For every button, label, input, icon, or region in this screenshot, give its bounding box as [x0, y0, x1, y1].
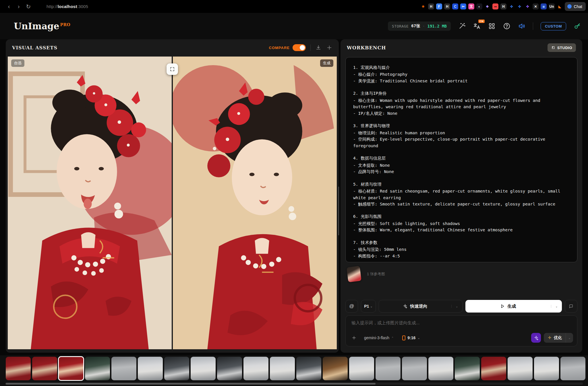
snow-app-icon[interactable]: ✣ [517, 3, 523, 9]
studio-button[interactable]: STUDIO [548, 43, 576, 52]
moon-app-icon[interactable]: ◐ [476, 3, 482, 9]
analysis-section: 7. 技术参数- 镜头与渲染: 50mm lens- 构图指令: --ar 4:… [353, 239, 570, 259]
h-app-icon[interactable]: H [444, 3, 450, 9]
un-app-icon[interactable]: Un [549, 3, 555, 9]
f-app-icon[interactable]: F [436, 3, 442, 9]
section-line: - 空间构成: Eye-level perspective, close-up … [353, 136, 570, 149]
workbench-panel: WORKBENCH STUDIO 1. 宏观风格与媒介- 核心媒介: Photo… [341, 39, 582, 353]
snow-app-icon[interactable]: ✣ [508, 3, 514, 9]
x-app-icon[interactable]: ✕ [533, 3, 539, 9]
apps-grid-icon[interactable] [488, 22, 496, 30]
history-thumbnail[interactable] [323, 357, 348, 380]
history-thumbnail[interactable] [349, 357, 374, 380]
history-thumbnail[interactable] [428, 357, 453, 380]
url-bar[interactable]: http://localhost:3005 [47, 4, 88, 9]
add-icon[interactable] [326, 44, 332, 51]
section-heading: 3. 世界逻辑与物理 [353, 123, 570, 129]
section-line: - 镜头与渲染: 50mm lens [353, 246, 570, 253]
speaker-icon[interactable] [518, 22, 525, 30]
attach-add-icon[interactable] [351, 335, 357, 340]
model-selector[interactable]: gemini-3-flash⌃ [364, 335, 394, 340]
h-app-icon[interactable]: H [428, 3, 434, 9]
history-thumbnail[interactable] [59, 357, 84, 380]
compare-switch[interactable] [293, 44, 306, 51]
history-thumbnail[interactable] [243, 357, 268, 380]
section-heading: 6. 光影与氛围 [353, 213, 570, 220]
analysis-section: 3. 世界逻辑与物理- 物理法则: Realistic human propor… [353, 123, 570, 149]
h-app-icon[interactable]: H [500, 3, 506, 9]
comment-button[interactable] [565, 300, 577, 313]
workbench-title: WORKBENCH [347, 45, 386, 51]
history-thumbnail[interactable] [6, 357, 31, 380]
reload-icon[interactable]: ↻ [24, 3, 33, 10]
generate-dropdown[interactable]: ⌄ [551, 305, 562, 308]
reference-count-label: 1 张参考图 [367, 271, 385, 277]
filmstrip-scrollbar-thumb[interactable] [6, 383, 376, 385]
help-icon[interactable] [503, 22, 510, 30]
history-thumbnail[interactable] [560, 357, 585, 380]
red-app-icon[interactable]: ▪▪ [492, 3, 498, 9]
history-thumbnail[interactable] [191, 357, 216, 380]
favicon-row: ✳HFHC✂文◐❖▪▪H✣✣✜✕◙Un◣ [420, 0, 563, 13]
history-thumbnail[interactable] [164, 357, 189, 380]
fullscreen-expand-button[interactable] [167, 63, 178, 75]
custom-button[interactable]: CUSTOM [541, 22, 566, 30]
spider-app-icon[interactable]: ✜ [525, 3, 531, 9]
history-thumbnail[interactable] [111, 357, 136, 380]
forward-icon[interactable]: › [14, 3, 24, 10]
history-thumbnail[interactable] [534, 357, 559, 380]
chat-extension-button[interactable]: Chat [565, 2, 586, 11]
history-thumbnail[interactable] [402, 357, 427, 380]
chevron-down-icon: ⌄ [370, 305, 372, 308]
optimize-dropdown[interactable]: ⌄ [566, 333, 573, 343]
history-thumbnail[interactable] [455, 357, 480, 380]
history-thumbnail[interactable] [270, 357, 295, 380]
gold-sparkle-icon [548, 336, 552, 340]
translate-icon[interactable]: CN [473, 22, 481, 30]
history-thumbnail[interactable] [138, 357, 163, 380]
chevron-up-icon: ⌃ [391, 336, 394, 340]
quick-reverse-button[interactable]: 快速逆向 ⌄ [379, 300, 463, 313]
history-thumbnail[interactable] [85, 357, 110, 380]
header-divider [533, 22, 533, 30]
prompt-analysis-textbox[interactable]: 1. 宏观风格与媒介- 核心媒介: Photography- 美学流派: Tra… [345, 57, 577, 262]
generate-button[interactable]: 生成 ⌄ [465, 300, 562, 313]
optimize-button[interactable]: 优化 ⌄ [544, 333, 573, 343]
reference-image-thumbnail[interactable] [347, 266, 361, 282]
panel-scrollbar[interactable] [338, 187, 339, 235]
starburst-icon[interactable]: ✳ [420, 3, 426, 9]
history-thumbnail[interactable] [296, 357, 321, 380]
filmstrip-scrollbar-track[interactable] [5, 383, 583, 385]
translate-app-icon[interactable]: 文 [468, 3, 474, 9]
section-line: - 美学流派: Traditional Chinese bridal portr… [353, 78, 570, 84]
section-heading: 7. 技术参数 [353, 239, 570, 246]
history-thumbnail[interactable] [508, 357, 533, 380]
generated-badge: 生成 [320, 59, 333, 67]
aspect-ratio-selector[interactable]: 9:16⌄ [402, 335, 420, 340]
history-thumbnail[interactable] [32, 357, 57, 380]
section-heading: 4. 数据与信息层 [353, 155, 570, 161]
generated-image[interactable]: 生成 [173, 57, 337, 349]
api-key-icon[interactable] [574, 22, 581, 30]
fox-app-icon[interactable]: ◣ [557, 3, 563, 9]
scissors-icon[interactable]: ✂ [460, 3, 466, 9]
source-image[interactable]: 自选 [8, 57, 172, 349]
analysis-section: 4. 数据与信息层- 文本提取: None- 品牌与符号: None [353, 155, 570, 175]
compare-toggle[interactable]: COMPARE [269, 44, 306, 51]
flame-app-icon[interactable]: ❖ [484, 3, 490, 9]
history-thumbnail[interactable] [376, 357, 401, 380]
magic-wand-icon[interactable] [458, 22, 466, 30]
ai-enhance-button[interactable] [531, 333, 541, 343]
download-icon[interactable] [315, 44, 322, 51]
app-logo: UnImagePRO [14, 21, 70, 31]
browser-icon[interactable]: C [452, 3, 458, 9]
mention-button[interactable]: @ [345, 300, 358, 313]
p1-selector[interactable]: P1⌄ [361, 300, 376, 313]
reverse-dropdown[interactable]: ⌄ [451, 305, 462, 308]
wallet-app-icon[interactable]: ◙ [541, 3, 547, 9]
prompt-input[interactable]: 输入提示词，或上传图片逆向生成... gemini-3-flash⌃ 9:16⌄ [345, 315, 577, 346]
history-thumbnail[interactable] [217, 357, 242, 380]
cn-language-badge: CN [478, 20, 485, 23]
back-icon[interactable]: ‹ [4, 3, 14, 10]
history-thumbnail[interactable] [481, 357, 506, 380]
